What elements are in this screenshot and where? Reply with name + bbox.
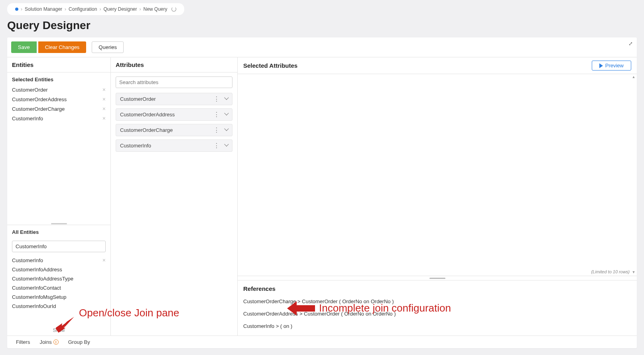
tab-joins[interactable]: Joins ! — [39, 339, 58, 345]
remove-entity-icon[interactable]: × — [102, 96, 106, 102]
horizontal-splitter[interactable] — [238, 276, 637, 280]
scroll-up-icon[interactable]: ▲ — [631, 75, 636, 80]
more-icon[interactable]: ⋮ — [213, 128, 219, 132]
attribute-group-label: CustomerOrder — [120, 96, 156, 102]
entities-panel-title: Entities — [7, 57, 110, 73]
all-entity-row[interactable]: CustomerInfoContact — [7, 283, 110, 292]
attribute-group-label: CustomerOrderAddress — [120, 112, 175, 118]
queries-button[interactable]: Queries — [92, 41, 124, 53]
fullscreen-icon[interactable]: ⤢ — [628, 41, 633, 47]
attribute-group[interactable]: CustomerOrderAddress ⋮ — [116, 108, 232, 121]
entity-label: CustomerOrderCharge — [12, 106, 65, 112]
selected-attributes-title: Selected Attributes — [243, 62, 297, 69]
tab-group-by[interactable]: Group By — [68, 339, 90, 345]
entity-label: CustomerInfoAddressType — [12, 276, 73, 282]
remove-entity-icon[interactable]: × — [102, 106, 106, 112]
all-entities-search-input[interactable] — [12, 241, 106, 252]
reference-row[interactable]: CustomerOrderCharge > CustomerOrder ( Or… — [238, 295, 637, 308]
references-title: References — [238, 280, 637, 295]
scroll-down-icon[interactable]: ▼ — [631, 270, 636, 275]
warning-badge-icon: ! — [53, 339, 59, 345]
all-entity-row[interactable]: CustomerInfoAddress — [7, 265, 110, 274]
attributes-search-input[interactable] — [116, 76, 232, 88]
tab-filters[interactable]: Filters — [16, 339, 30, 345]
clear-changes-button[interactable]: Clear Changes — [38, 41, 87, 53]
play-icon — [599, 63, 603, 68]
entity-label: CustomerOrderAddress — [12, 96, 67, 102]
preview-button[interactable]: Preview — [592, 61, 631, 71]
tab-joins-label: Joins — [39, 339, 51, 345]
clear-search-icon[interactable]: × — [102, 257, 106, 263]
breadcrumb-sep: › — [99, 6, 101, 12]
reference-row[interactable]: CustomerOrderAddress > CustomerOrder ( O… — [238, 308, 637, 320]
selected-entity-row[interactable]: CustomerOrder × — [7, 85, 110, 94]
chevron-down-icon[interactable] — [224, 142, 228, 146]
bottom-tab-bar: Filters Joins ! Group By — [7, 335, 637, 348]
more-icon[interactable]: ⋮ — [213, 144, 219, 148]
entity-label: CustomerOrder — [12, 87, 48, 93]
breadcrumb-sep: › — [65, 6, 66, 12]
vertical-scrollbar[interactable]: ▲ ▼ — [631, 75, 636, 275]
crumb-configuration[interactable]: Configuration — [69, 6, 97, 12]
all-entity-row[interactable]: CustomerInfoOurId — [7, 302, 110, 311]
page-title: Query Designer — [7, 19, 644, 32]
entity-label: CustomerInfoAddress — [12, 267, 62, 273]
refresh-icon[interactable] — [171, 7, 176, 12]
remove-entity-icon[interactable]: × — [102, 115, 106, 122]
reference-row[interactable]: CustomerInfo > ( on ) — [238, 320, 637, 332]
entity-label: CustomerInfo — [12, 257, 43, 263]
crumb-solution-manager[interactable]: Solution Manager — [25, 6, 62, 12]
remove-entity-icon[interactable]: × — [102, 86, 106, 93]
entity-label: CustomerInfoOurId — [12, 303, 56, 309]
more-icon[interactable]: ⋮ — [213, 113, 219, 117]
all-entity-row[interactable]: CustomerInfoAddressType — [7, 274, 110, 283]
crumb-query-designer[interactable]: Query Designer — [103, 6, 137, 12]
all-entity-row[interactable]: CustomerInfo × — [7, 255, 110, 265]
row-limit-note: (Limited to 10 rows) — [591, 269, 630, 274]
entity-label: CustomerInfoContact — [12, 285, 61, 291]
chevron-down-icon[interactable] — [224, 111, 228, 115]
selected-entities-header: Selected Entities — [7, 73, 110, 85]
save-button[interactable]: Save — [11, 41, 37, 53]
attributes-panel-title: Attributes — [111, 57, 237, 73]
chevron-down-icon[interactable] — [224, 95, 228, 100]
breadcrumb: › Solution Manager › Configuration › Que… — [7, 3, 184, 15]
more-icon[interactable]: ⋮ — [213, 97, 219, 101]
attribute-group-label: CustomerInfo — [120, 143, 151, 149]
entity-label: CustomerInfo — [12, 116, 43, 122]
selected-entity-row[interactable]: CustomerInfo × — [7, 114, 110, 123]
attribute-group[interactable]: CustomerOrder ⋮ — [116, 93, 232, 105]
breadcrumb-sep: › — [21, 6, 22, 12]
breadcrumb-sep: › — [140, 6, 141, 12]
entity-label: CustomerInfoMsgSetup — [12, 294, 67, 300]
all-entities-header: All Entities — [7, 225, 110, 237]
preview-label: Preview — [605, 63, 624, 69]
attribute-group-label: CustomerOrderCharge — [120, 127, 173, 133]
selected-entity-row[interactable]: CustomerOrderCharge × — [7, 104, 110, 114]
selected-entity-row[interactable]: CustomerOrderAddress × — [7, 94, 110, 104]
attribute-group[interactable]: CustomerInfo ⋮ — [116, 139, 232, 152]
crumb-new-query[interactable]: New Query — [144, 6, 167, 12]
all-entity-row[interactable]: CustomerInfoMsgSetup — [7, 292, 110, 302]
chevron-down-icon[interactable] — [224, 126, 228, 131]
action-bar: Save Clear Changes Queries — [7, 37, 637, 57]
selected-attributes-body: ▲ ▼ (Limited to 10 rows) — [238, 74, 637, 276]
show-more-toggle[interactable]: Show — [7, 325, 110, 335]
home-dot-icon[interactable] — [15, 8, 18, 11]
attribute-group[interactable]: CustomerOrderCharge ⋮ — [116, 124, 232, 136]
